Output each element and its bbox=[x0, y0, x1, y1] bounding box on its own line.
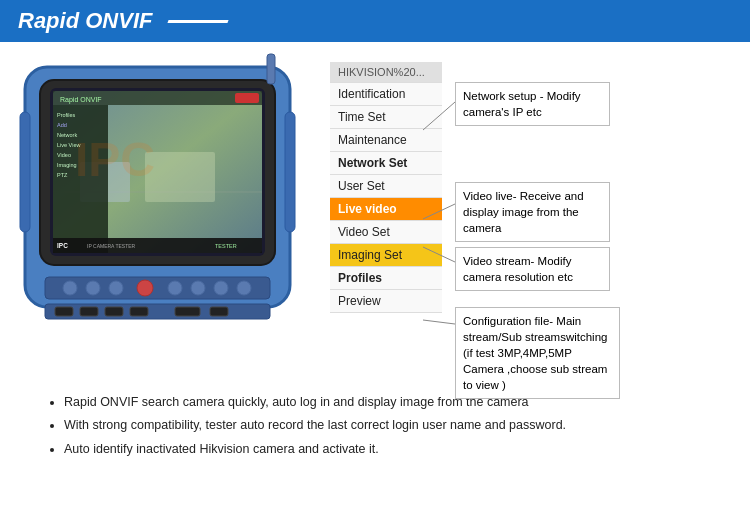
bullets-section: Rapid ONVIF search camera quickly, auto … bbox=[0, 382, 750, 472]
svg-rect-33 bbox=[55, 307, 73, 316]
bullet-2: With strong compatibility, tester auto r… bbox=[64, 415, 720, 436]
bullet-1: Rapid ONVIF search camera quickly, auto … bbox=[64, 392, 720, 413]
menu-item-preview[interactable]: Preview bbox=[330, 290, 442, 313]
svg-text:Rapid ONVIF: Rapid ONVIF bbox=[60, 96, 102, 104]
svg-rect-6 bbox=[145, 152, 215, 202]
content-row: Rapid ONVIF Profiles Add Network Live Vi… bbox=[0, 42, 750, 382]
svg-point-26 bbox=[109, 281, 123, 295]
right-block: HIKVISION%20... Identification Time Set … bbox=[310, 52, 735, 377]
callout-live-text: Video live- Receive and display image fr… bbox=[463, 190, 584, 234]
svg-point-25 bbox=[86, 281, 100, 295]
menu-item-profiles[interactable]: Profiles bbox=[330, 267, 442, 290]
svg-text:IPC: IPC bbox=[57, 242, 68, 249]
svg-text:IP CAMERA TESTER: IP CAMERA TESTER bbox=[87, 243, 136, 249]
svg-text:Imaging: Imaging bbox=[57, 162, 77, 168]
header: Rapid ONVIF bbox=[0, 0, 750, 42]
menu-item-userset[interactable]: User Set bbox=[330, 175, 442, 198]
svg-rect-37 bbox=[175, 307, 200, 316]
menu-item-imagingset[interactable]: Imaging Set bbox=[330, 244, 442, 267]
callout-profiles: Configuration file- Main stream/Sub stre… bbox=[455, 307, 620, 399]
header-divider bbox=[168, 20, 229, 23]
svg-text:TESTER: TESTER bbox=[215, 243, 237, 249]
svg-rect-40 bbox=[285, 112, 295, 232]
svg-rect-35 bbox=[105, 307, 123, 316]
svg-rect-41 bbox=[267, 54, 275, 84]
callout-profiles-text: Configuration file- Main stream/Sub stre… bbox=[463, 315, 607, 391]
svg-point-28 bbox=[168, 281, 182, 295]
svg-point-30 bbox=[214, 281, 228, 295]
page-title: Rapid ONVIF bbox=[18, 8, 152, 34]
menu-item-timeset[interactable]: Time Set bbox=[330, 106, 442, 129]
page: Rapid ONVIF bbox=[0, 0, 750, 510]
menu-item-videoset[interactable]: Video Set bbox=[330, 221, 442, 244]
svg-rect-39 bbox=[20, 112, 30, 232]
callout-videostream: Video stream- Modify camera resolution e… bbox=[455, 247, 610, 291]
menu-popup: HIKVISION%20... Identification Time Set … bbox=[330, 62, 442, 313]
menu-item-networkset[interactable]: Network Set bbox=[330, 152, 442, 175]
svg-rect-36 bbox=[130, 307, 148, 316]
callout-network: Network setup - Modify camera's IP etc bbox=[455, 82, 610, 126]
svg-rect-34 bbox=[80, 307, 98, 316]
device-svg: Rapid ONVIF Profiles Add Network Live Vi… bbox=[15, 52, 310, 362]
callout-network-text: Network setup - Modify camera's IP etc bbox=[463, 90, 581, 118]
svg-text:Add: Add bbox=[57, 122, 67, 128]
svg-text:PTZ: PTZ bbox=[57, 172, 68, 178]
callout-live: Video live- Receive and display image fr… bbox=[455, 182, 610, 242]
svg-text:Live View: Live View bbox=[57, 142, 80, 148]
svg-rect-10 bbox=[235, 93, 259, 103]
svg-point-31 bbox=[237, 281, 251, 295]
svg-text:Video: Video bbox=[57, 152, 71, 158]
menu-item-livevideo[interactable]: Live video bbox=[330, 198, 442, 221]
svg-text:Profiles: Profiles bbox=[57, 112, 76, 118]
svg-point-29 bbox=[191, 281, 205, 295]
svg-point-24 bbox=[63, 281, 77, 295]
svg-rect-23 bbox=[45, 277, 270, 299]
svg-rect-32 bbox=[45, 304, 270, 319]
svg-rect-38 bbox=[210, 307, 228, 316]
menu-item-identification[interactable]: Identification bbox=[330, 83, 442, 106]
svg-text:Network: Network bbox=[57, 132, 77, 138]
callout-videostream-text: Video stream- Modify camera resolution e… bbox=[463, 255, 573, 283]
menu-item-hikvision[interactable]: HIKVISION%20... bbox=[330, 62, 442, 83]
device-block: Rapid ONVIF Profiles Add Network Live Vi… bbox=[15, 52, 310, 377]
svg-point-27 bbox=[137, 280, 153, 296]
svg-line-45 bbox=[423, 320, 455, 324]
bullet-3: Auto identify inactivated Hikvision came… bbox=[64, 439, 720, 460]
menu-item-maintenance[interactable]: Maintenance bbox=[330, 129, 442, 152]
